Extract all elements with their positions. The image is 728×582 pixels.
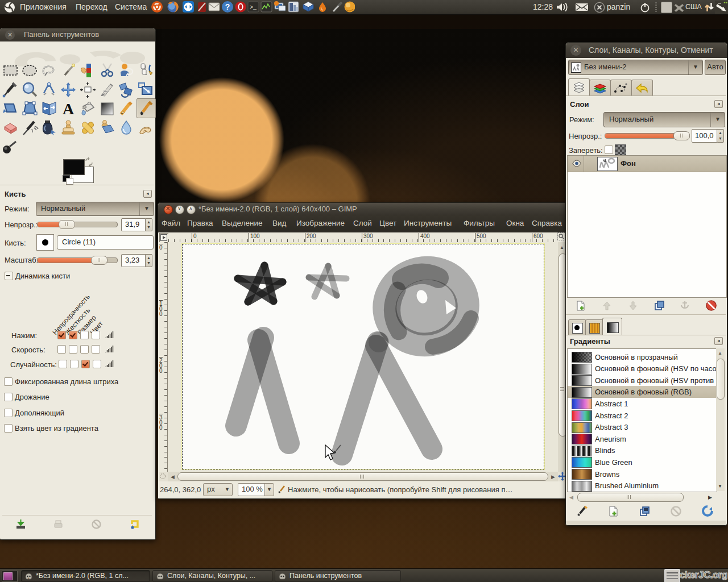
svg-text:A: A [63,100,75,118]
svg-text:>_: >_ [250,5,257,11]
svg-text:?: ? [225,2,230,11]
